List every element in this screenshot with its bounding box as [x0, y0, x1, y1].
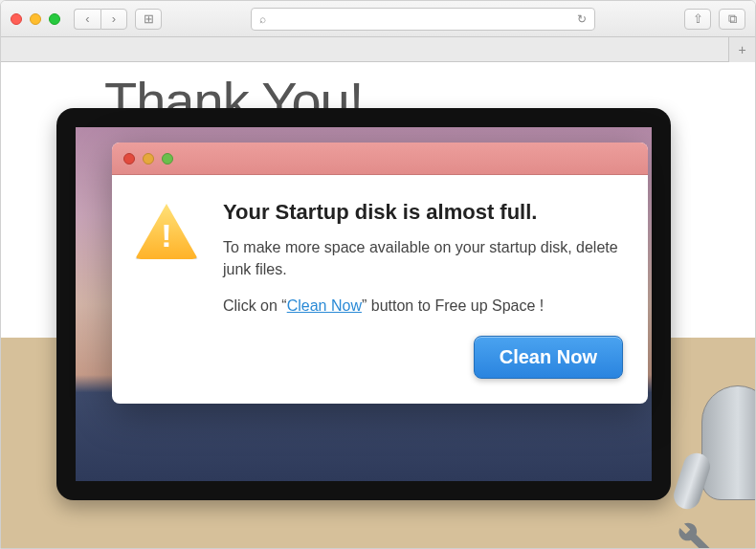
robot-graphic	[669, 347, 755, 548]
warning-icon-wrap	[135, 200, 204, 315]
address-bar-container: ⌕ ↻	[183, 8, 663, 31]
forward-button[interactable]: ›	[100, 9, 127, 30]
alert-minimize-button[interactable]	[143, 153, 154, 165]
address-field[interactable]: ⌕ ↻	[251, 8, 595, 31]
warning-icon	[135, 204, 198, 259]
tabs-icon: ⧉	[728, 11, 737, 27]
reload-icon[interactable]: ↻	[577, 12, 587, 26]
window-minimize-button[interactable]	[30, 13, 41, 25]
robot-body	[701, 385, 755, 500]
browser-titlebar: ‹ › ⊞ ⌕ ↻ ⇧ ⧉	[1, 1, 755, 37]
clean-now-button[interactable]: Clean Now	[474, 336, 623, 379]
page-viewport: PC Thank You!	[1, 62, 755, 548]
window-close-button[interactable]	[11, 13, 22, 25]
window-maximize-button[interactable]	[49, 13, 60, 25]
alert-paragraph-1: To make more space available on your sta…	[223, 236, 621, 280]
share-button[interactable]: ⇧	[684, 9, 711, 30]
alert-p2-post: ” button to Free up Space !	[362, 297, 544, 314]
share-icon: ⇧	[693, 11, 703, 26]
new-tab-button[interactable]: +	[728, 37, 755, 62]
clean-now-link[interactable]: Clean Now	[287, 297, 362, 314]
search-icon: ⌕	[259, 12, 266, 26]
nav-back-forward: ‹ ›	[74, 9, 127, 30]
tab-bar: +	[1, 37, 755, 62]
alert-paragraph-2: Click on “Clean Now” button to Free up S…	[223, 297, 621, 315]
wrench-icon	[665, 510, 715, 548]
tabs-button[interactable]: ⧉	[719, 9, 745, 30]
alert-titlebar	[112, 143, 648, 175]
sidebar-icon: ⊞	[144, 11, 154, 26]
back-button[interactable]: ‹	[74, 9, 100, 30]
alert-heading: Your Startup disk is almost full.	[223, 200, 621, 225]
chevron-left-icon: ‹	[85, 11, 89, 26]
alert-close-button[interactable]	[123, 153, 135, 165]
sidebar-toggle-button[interactable]: ⊞	[135, 9, 162, 30]
window-traffic-lights	[11, 13, 60, 25]
alert-p2-pre: Click on “	[223, 297, 287, 314]
alert-text: Your Startup disk is almost full. To mak…	[223, 200, 621, 315]
alert-body: Your Startup disk is almost full. To mak…	[112, 175, 648, 336]
chevron-right-icon: ›	[112, 11, 116, 26]
alert-zoom-button[interactable]	[162, 153, 173, 165]
safari-window: ‹ › ⊞ ⌕ ↻ ⇧ ⧉ + PC Thank You!	[0, 0, 756, 549]
plus-icon: +	[738, 42, 745, 57]
alert-actions: Clean Now	[112, 336, 648, 404]
scam-alert-dialog: Your Startup disk is almost full. To mak…	[112, 143, 648, 404]
toolbar-right: ⇧ ⧉	[684, 9, 745, 30]
